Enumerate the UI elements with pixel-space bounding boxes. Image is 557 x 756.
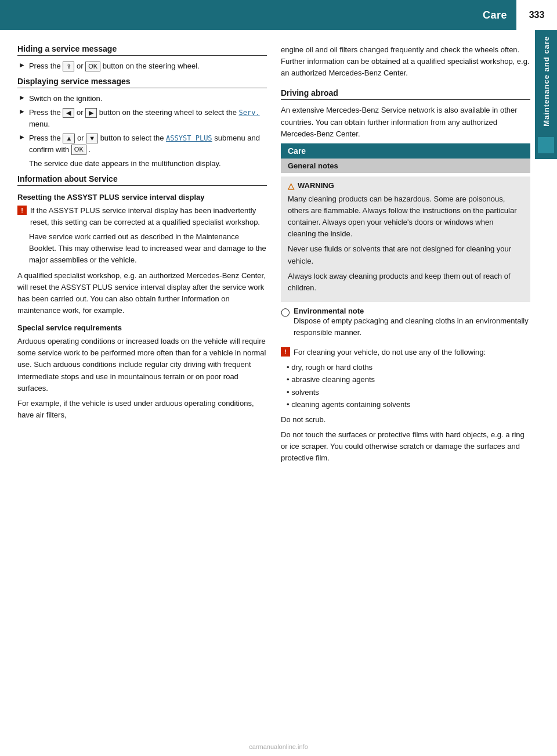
hiding-heading: Hiding a service message [17, 44, 267, 56]
header-bar: Care 333 [0, 0, 557, 30]
disp-step2-text: Press the ◀ or ▶ button on the steering … [29, 107, 267, 129]
do-not-touch: Do not touch the surfaces or protective … [281, 429, 530, 464]
env-note-content: Environmental note Dispose of empty pack… [294, 307, 530, 342]
disp-step3-text: Press the ▲ or ▼ button to select the AS… [29, 132, 267, 155]
disp-step3-note: The service due date appears in the mult… [17, 158, 267, 170]
info-para1: A qualified specialist workshop, e.g. an… [17, 270, 267, 317]
env-note-heading: Environmental note [294, 307, 530, 315]
key-left: ◀ [63, 108, 74, 118]
key-ok-2: OK [71, 145, 86, 154]
not-use-text: For cleaning your vehicle, do not use an… [294, 347, 530, 358]
special-heading: Special service requirements [17, 323, 267, 332]
warning-text1: Many cleaning products can be hazardous.… [288, 193, 523, 240]
warning-label: WARNING [298, 181, 334, 190]
list-item: abrasive cleaning agents [287, 374, 530, 386]
displaying-heading: Displaying service messages [17, 77, 267, 88]
exclamation-icon-1: ! [17, 206, 27, 215]
serv-label: Serv. [239, 109, 260, 117]
excl-note-1: ! If the ASSYST PLUS service interval di… [17, 205, 267, 228]
disp-step2: ► Press the ◀ or ▶ button on the steerin… [17, 107, 267, 129]
arrow-icon-1: ► [19, 61, 26, 69]
general-notes-box: General notes [281, 159, 530, 173]
assyst-label: ASSYST PLUS [166, 134, 212, 142]
list-item: solvents [287, 387, 530, 398]
key-right: ▶ [85, 108, 97, 118]
left-column: Hiding a service message ► Press the ⇪ o… [17, 44, 267, 467]
watermark: carmanualonline.info [249, 743, 308, 750]
resetting-heading: Resetting the ASSYST PLUS service interv… [17, 193, 267, 201]
do-not-scrub: Do not scrub. [281, 414, 530, 426]
key-up: ▲ [63, 134, 75, 143]
env-icon: ◯ [281, 307, 290, 316]
driving-abroad-heading: Driving abroad [281, 88, 530, 100]
env-note: ◯ Environmental note Dispose of empty pa… [281, 307, 530, 342]
driving-abroad-para: An extensive Mercedes-Benz Service netwo… [281, 105, 530, 139]
exclamation-icon-2: ! [281, 347, 290, 357]
arrow-icon-2: ► [19, 93, 26, 102]
warning-box: △ WARNING Many cleaning products can be … [281, 177, 530, 302]
key-down: ▼ [86, 134, 98, 143]
page-number: 333 [516, 0, 557, 30]
key-back: ⇪ [63, 62, 74, 71]
key-ok-1: OK [85, 62, 100, 71]
note-extra: Have service work carried out as describ… [17, 231, 267, 266]
content-area: Hiding a service message ► Press the ⇪ o… [0, 30, 557, 479]
list-item: cleaning agents containing solvents [287, 399, 530, 411]
list-item: dry, rough or hard cloths [287, 362, 530, 373]
arrow-icon-3: ► [19, 107, 26, 116]
side-tab-label: Maintenance and care [542, 36, 551, 127]
info-service-heading: Information about Service [17, 174, 267, 186]
bullet-list: dry, rough or hard cloths abrasive clean… [287, 362, 530, 411]
not-use-item: ! For cleaning your vehicle, do not use … [281, 347, 530, 358]
care-label-box: Care [281, 143, 530, 159]
warning-triangle-icon: △ [288, 181, 294, 190]
special-para1: Arduous operating conditions or increase… [17, 336, 267, 394]
disp-step1: ► Switch on the ignition. [17, 93, 267, 105]
side-tab-block [538, 137, 554, 153]
para-continued: engine oil and oil filters changed frequ… [281, 44, 530, 79]
hiding-step1: ► Press the ⇪ or OK button on the steeri… [17, 60, 267, 72]
warning-header: △ WARNING [288, 181, 523, 190]
hiding-step1-text: Press the ⇪ or OK button on the steering… [29, 60, 267, 72]
disp-step3: ► Press the ▲ or ▼ button to select the … [17, 132, 267, 155]
disp-step1-text: Switch on the ignition. [29, 93, 267, 105]
side-tab: Maintenance and care [535, 30, 557, 159]
special-para2: For example, if the vehicle is used unde… [17, 398, 267, 421]
warning-text2: Never use fluids or solvents that are no… [288, 243, 523, 267]
env-note-text: Dispose of empty packaging and cleaning … [294, 315, 530, 339]
excl-note-1-text: If the ASSYST PLUS service interval disp… [30, 205, 267, 228]
arrow-icon-4: ► [19, 133, 26, 141]
warning-text3: Always lock away cleaning products and k… [288, 271, 523, 294]
right-column: engine oil and oil filters changed frequ… [281, 44, 530, 467]
header-title: Care [483, 9, 507, 21]
